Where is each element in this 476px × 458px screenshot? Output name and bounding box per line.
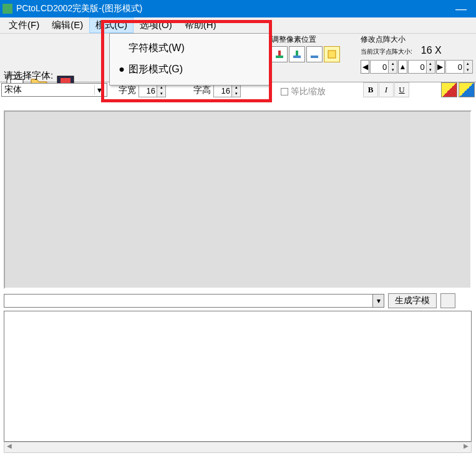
menu-file[interactable]: 文件(F)	[2, 17, 46, 33]
font-select-value: 宋体	[4, 84, 22, 95]
proportional-label: 等比缩放	[291, 86, 326, 97]
mode-graphic-item[interactable]: ● 图形模式(G)	[110, 59, 269, 80]
generate-button[interactable]: 生成字模	[388, 293, 437, 308]
output-area[interactable]	[4, 311, 472, 442]
svg-rect-7	[293, 56, 301, 58]
current-matrix-label: 当前汉字点阵大小:	[361, 47, 412, 56]
svg-rect-6	[278, 51, 281, 56]
minimize-button[interactable]: —	[449, 2, 474, 16]
char-height-label: 字高	[193, 85, 211, 96]
mode-graphic-label: 图形模式(G)	[129, 63, 183, 76]
arrow-left-button[interactable]: ◀	[361, 60, 369, 74]
pixel-btn-2[interactable]	[289, 46, 305, 62]
horizontal-scrollbar[interactable]: ◀ ▶	[4, 442, 472, 453]
italic-button[interactable]: I	[379, 82, 394, 97]
matrix-spinner-3[interactable]: ▴▾	[445, 60, 473, 74]
pixel-adjust-group: 调整像素位置	[271, 34, 356, 62]
matrix-spinner-1[interactable]: ▴▾	[370, 60, 397, 74]
down-icon[interactable]: ▾	[231, 90, 240, 97]
char-height-input[interactable]	[214, 86, 231, 95]
input-row: ▾ 生成字模	[4, 293, 472, 308]
color-tool-1[interactable]	[441, 82, 457, 97]
menu-edit[interactable]: 编辑(E)	[46, 17, 89, 33]
pixel-btn-1[interactable]	[271, 46, 288, 62]
title-bar: PCtoLCD2002完美版-(图形模式) —	[0, 0, 476, 17]
proportional-checkbox[interactable]	[281, 88, 288, 95]
select-font-label: 请选择字体:	[4, 70, 53, 82]
arrow-right-button[interactable]: ▶	[436, 60, 445, 74]
arrow-up-button[interactable]: ▲	[398, 60, 407, 74]
bullet-icon: ●	[115, 64, 129, 75]
menu-mode[interactable]: 模式(C)	[89, 17, 134, 33]
matrix-size-label: 修改点阵大小	[361, 34, 473, 45]
down-icon[interactable]: ▾	[157, 90, 165, 97]
matrix-spinner-2[interactable]: ▴▾	[408, 60, 435, 74]
color-tools	[441, 82, 475, 97]
mode-char-label: 字符模式(W)	[129, 42, 185, 55]
window-title: PCtoLCD2002完美版-(图形模式)	[16, 3, 449, 14]
menu-help[interactable]: 帮助(H)	[178, 17, 223, 33]
style-buttons: B I U	[363, 82, 409, 97]
font-select[interactable]: 宋体 ▾	[1, 83, 107, 97]
secondary-button[interactable]	[440, 293, 455, 308]
matrix-value: 16 X	[416, 45, 442, 56]
underline-button[interactable]: U	[394, 82, 409, 97]
app-icon	[2, 4, 12, 14]
text-combo[interactable]: ▾	[4, 294, 384, 308]
char-height-group: 字高 ▴▾	[193, 84, 241, 97]
pixel-adjust-label: 调整像素位置	[271, 34, 356, 45]
menu-options[interactable]: 选项(O)	[134, 17, 178, 33]
svg-rect-8	[296, 51, 298, 56]
svg-rect-9	[311, 56, 318, 58]
matrix-size-group: 修改点阵大小 当前汉字点阵大小: 16 X ◀ ▴▾ ▲ ▴▾ ▶ ▴▾	[361, 34, 473, 74]
svg-rect-5	[276, 56, 283, 58]
mode-dropdown: 字符模式(W) ● 图形模式(G)	[109, 33, 270, 85]
char-width-group: 字宽 ▴▾	[119, 84, 166, 97]
scroll-left-icon[interactable]: ◀	[4, 442, 14, 452]
char-width-label: 字宽	[119, 85, 136, 96]
chevron-down-icon[interactable]: ▾	[372, 295, 384, 307]
proportional-row: 等比缩放	[281, 86, 326, 97]
scroll-right-icon[interactable]: ▶	[461, 442, 471, 452]
char-width-input[interactable]	[139, 86, 157, 95]
char-width-spinner[interactable]: ▴▾	[138, 84, 166, 97]
pixel-btn-4[interactable]	[324, 46, 340, 62]
chevron-down-icon: ▾	[94, 85, 104, 95]
svg-rect-10	[328, 51, 336, 58]
mode-char-item[interactable]: 字符模式(W)	[110, 37, 269, 59]
char-height-spinner[interactable]: ▴▾	[213, 84, 241, 97]
color-tool-2[interactable]	[459, 82, 475, 97]
bold-button[interactable]: B	[363, 82, 378, 97]
menu-bar: 文件(F) 编辑(E) 模式(C) 选项(O) 帮助(H)	[0, 17, 476, 34]
pixel-btn-3[interactable]	[306, 46, 323, 62]
canvas-area[interactable]	[4, 110, 472, 289]
